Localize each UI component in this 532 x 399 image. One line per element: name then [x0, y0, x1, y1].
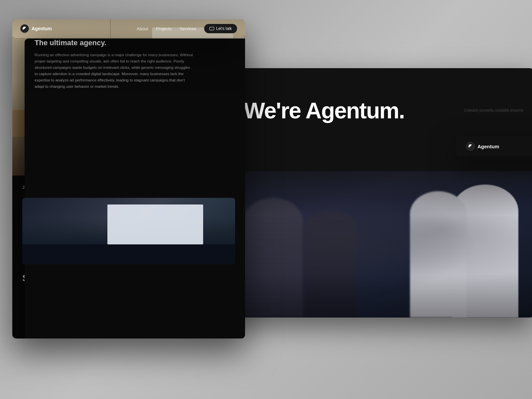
lets-talk-button[interactable]: Let's talk: [204, 24, 237, 33]
article-body: The ultimate agency. Running an effectiv…: [25, 39, 245, 338]
front-logo[interactable]: Agentum: [20, 24, 52, 33]
back-people-image: [228, 171, 532, 318]
back-hero-subtitle: Unleash powerfu ossibiliti dreams: [464, 107, 532, 114]
front-logo-icon: [20, 24, 29, 33]
billboard-2: [107, 204, 203, 244]
front-nav: Agentum About Projects Services Let's ta…: [12, 19, 245, 38]
people-overlay: [228, 171, 532, 318]
front-logo-icon-inner: [23, 27, 27, 31]
front-brand-name: Agentum: [32, 26, 52, 31]
mail-icon: [209, 27, 214, 30]
front-nav-links: About Projects Services Let's talk: [137, 24, 237, 33]
brand-name: Agentum: [477, 144, 499, 149]
back-window-nav: Agentum About Projects: [456, 136, 532, 156]
section-title: The ultimate agency.: [35, 39, 245, 47]
logo-icon-inner: [468, 144, 472, 148]
article-image-2: [22, 198, 235, 264]
back-window: Agentum About Projects We're Agentum. Un…: [228, 68, 532, 318]
front-window: Agentum About Projects Services Let's ta…: [12, 19, 245, 338]
front-nav-about[interactable]: About: [137, 26, 148, 31]
logo-icon: [466, 142, 475, 151]
desktop-background: Agentum About Projects We're Agentum. Un…: [0, 0, 532, 399]
back-logo[interactable]: Agentum: [466, 142, 499, 151]
front-nav-projects[interactable]: Projects: [156, 26, 172, 31]
ground: [22, 244, 235, 264]
article-body-text: Running an effective advertising campaig…: [35, 52, 194, 90]
front-nav-services[interactable]: Services: [180, 26, 196, 31]
